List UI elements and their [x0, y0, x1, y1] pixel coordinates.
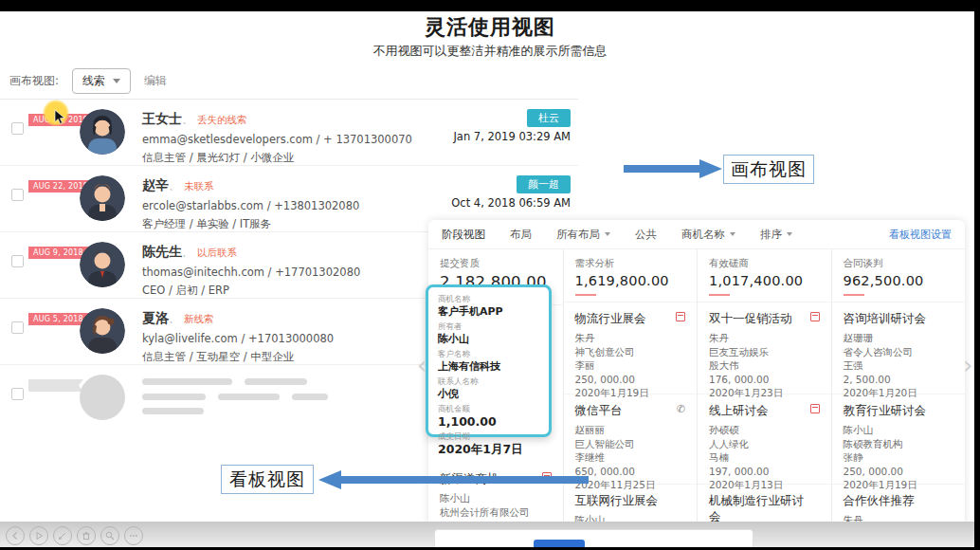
kanban-deal-name-label: 商机名称 [681, 228, 725, 242]
deal-title: 物流行业展会 [575, 311, 686, 327]
deal-title-text: 教育行业研讨会 [844, 403, 927, 417]
column-amount: 962,500.00 [844, 273, 954, 288]
skeleton-avatar [80, 375, 125, 420]
column-underline [844, 294, 864, 296]
lead-name: 赵辛 [142, 177, 169, 192]
field-value: 上海有信科技 [438, 360, 539, 373]
kanban-stage-view[interactable]: 阶段视图 [442, 228, 485, 242]
kanban-layout[interactable]: 布局 [510, 228, 532, 242]
deal-card[interactable]: 双十一促销活动 朱丹 巨友互动娱乐 殷大伟 176, 000.00 2020年1… [698, 302, 831, 394]
carousel-next-icon[interactable]: › [963, 351, 972, 379]
field-label: 所有者 [438, 321, 539, 333]
deal-title: 线上研讨会 [709, 403, 820, 419]
kanban-all-layouts-label: 所有布局 [556, 228, 600, 242]
deal-card[interactable]: 教育行业研讨会 陈小山 陈硕教育机构 张静 250, 000.00 2020年1… [832, 394, 966, 485]
app-window: 灵活使用视图 不用视图可以更整洁并精准的展示所需信息 画布视图: 线索 编辑 A… [0, 0, 980, 550]
deal-contact: 马楠 [709, 450, 820, 465]
column-amount: 1,017,400.00 [709, 273, 820, 288]
column-name: 合同谈判 [844, 257, 954, 270]
deal-company: 陈硕教育机构 [844, 437, 954, 451]
page-subtitle: 不用视图可以更整洁并精准的展示所需信息 [0, 43, 980, 60]
created-date: Jan 7, 2019 03:29 AM [453, 130, 571, 143]
deal-amount: 250, 000.00 [575, 373, 686, 387]
carousel-prev-icon[interactable]: ‹ [417, 351, 426, 379]
delete-icon[interactable] [77, 526, 96, 545]
lead-info-line: 信息主管 / 互动星空 / 中型企业 [142, 350, 334, 364]
deal-owner: 朱丹 [575, 331, 686, 345]
lead-name: 夏洛 [142, 310, 169, 325]
lead-contact-line: thomas@initechh.com / +17701302080 [142, 266, 360, 279]
highlighted-deal-card[interactable]: 商机名称 客户手机APP 所有者 陈小山 客户名称 上海有信科技 联系人名称 小… [426, 284, 552, 437]
kanban-public[interactable]: 公共 [635, 228, 657, 242]
deal-contact: 殷大伟 [709, 358, 820, 373]
lead-status: 丢失的线索 [197, 114, 247, 125]
module-select[interactable]: 线索 [72, 68, 131, 94]
skeleton-ribbon [28, 379, 83, 392]
lead-text: 赵辛、 未联系 ercole@starlabbs.com / +13801302… [142, 175, 359, 231]
row-checkbox[interactable] [11, 122, 24, 135]
deal-card[interactable]: 咨询培训研讨会 赵珊珊 省令人咨询公司 王强 2, 500.00 2020年1月… [832, 302, 966, 394]
lead-contact-line: kyla@livelife.com / +17013000080 [142, 332, 334, 345]
edit-link[interactable]: 编辑 [144, 73, 167, 89]
column-name: 需求分析 [575, 257, 686, 270]
avatar [80, 109, 125, 155]
deal-company: 巨人智能公司 [575, 437, 686, 451]
column-amount: 1,619,800.00 [575, 273, 686, 288]
deal-card[interactable]: 线上研讨会 孙硕硕 人人绿化 马楠 197, 000.00 2020年1月13日 [698, 394, 831, 485]
field-value: 2020年1月7日 [438, 443, 539, 455]
deal-owner: 陈小山 [440, 491, 552, 505]
owner-badge: 颜一超 [517, 175, 571, 193]
deal-title-text: 物流行业展会 [575, 311, 646, 325]
canvas-view-label: 画布视图: [9, 73, 59, 89]
row-checkbox[interactable] [11, 189, 24, 201]
lead-info-line: 信息主管 / 晨光幻灯 / 小微企业 [142, 151, 412, 165]
deal-amount: 650, 000.00 [575, 465, 686, 479]
more-icon[interactable] [124, 526, 143, 545]
lead-row[interactable]: AUG 15, 2019 王女士、 丢失的线索 emma@sketlesdeve… [0, 100, 578, 166]
kanban-settings-link[interactable]: 看板视图设置 [889, 228, 952, 242]
name-separator: 、 [182, 247, 192, 259]
phone-icon: ✆ [677, 403, 685, 415]
deal-title-text: 合作伙伴推荐 [844, 493, 915, 507]
lead-name: 王女士 [142, 111, 182, 126]
row-checkbox[interactable] [11, 255, 24, 267]
skeleton-bar [218, 394, 280, 400]
deal-amount: 197, 000.00 [709, 465, 820, 479]
field-value: 客户手机APP [438, 305, 539, 318]
deal-amount: 176, 000.00 [709, 373, 820, 387]
back-icon[interactable] [6, 526, 25, 545]
deal-owner: 朱丹 [709, 331, 820, 345]
kanban-view-callout: 看板视图 [221, 465, 314, 494]
avatar [80, 175, 125, 221]
deal-owner: 孙硕硕 [709, 423, 820, 437]
field-label: 商机名称 [438, 294, 539, 305]
row-checkbox[interactable] [11, 321, 24, 334]
field-label: 客户名称 [438, 349, 539, 360]
column-underline [575, 294, 596, 296]
skeleton-bar [245, 378, 307, 385]
play-icon[interactable] [29, 526, 48, 545]
deal-contact: 王强 [844, 358, 954, 373]
column-header: 需求分析 1,619,800.00 [564, 249, 698, 302]
deal-company: 人人绿化 [709, 437, 820, 451]
chevron-down-icon [113, 79, 120, 83]
kanban-sort[interactable]: 排序 [760, 228, 792, 242]
kanban-sort-label: 排序 [760, 228, 782, 242]
field-value: 陈小山 [438, 333, 539, 345]
chevron-down-icon [787, 232, 792, 236]
deal-company: 省令人咨询公司 [844, 345, 954, 359]
kanban-callout-arrow [318, 469, 589, 490]
deal-title: 合作伙伴推荐 [844, 493, 954, 509]
edit-icon[interactable] [53, 526, 72, 545]
skeleton-bar [142, 378, 232, 385]
kanban-all-layouts[interactable]: 所有布局 [556, 228, 610, 242]
row-checkbox[interactable] [11, 388, 24, 400]
zoom-icon[interactable] [100, 526, 119, 545]
kanban-deal-name[interactable]: 商机名称 [681, 228, 735, 242]
deal-card[interactable]: 物流行业展会 朱丹 神飞创意公司 李丽 250, 000.00 2020年1月1… [564, 302, 698, 394]
owner-badge: 杜云 [527, 109, 571, 127]
lead-info-line: 客户经理 / 单实验 / IT服务 [142, 217, 359, 231]
avatar [80, 242, 125, 287]
canvas-view-controls: 画布视图: 线索 编辑 [9, 68, 167, 93]
field-label: 联系人名称 [438, 376, 539, 388]
